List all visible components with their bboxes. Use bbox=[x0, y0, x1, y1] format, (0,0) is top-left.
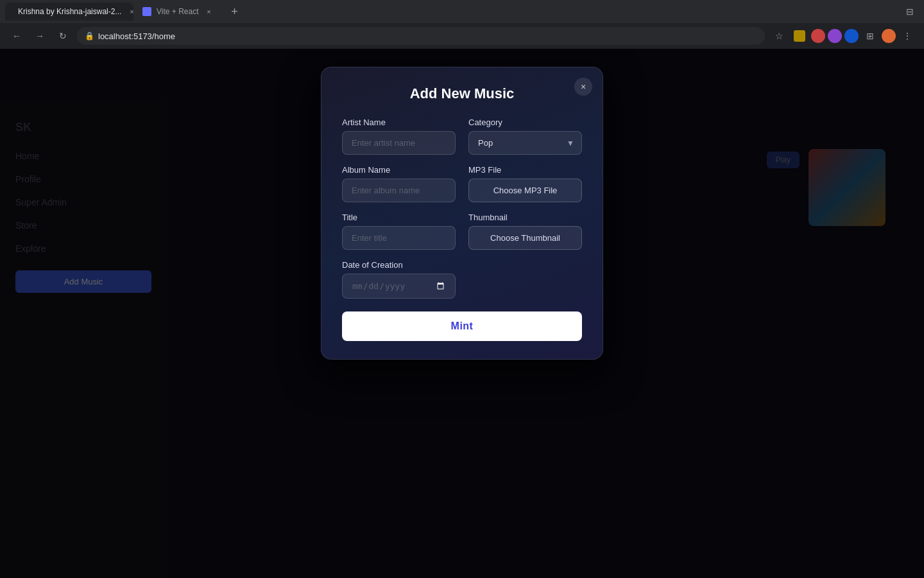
title-group: Title bbox=[342, 213, 456, 250]
artist-name-label: Artist Name bbox=[342, 118, 456, 127]
thumbnail-group: Thumbnail Choose Thumbnail bbox=[468, 213, 582, 250]
tab-close-vite[interactable]: × bbox=[203, 6, 214, 17]
address-bar[interactable]: 🔒 localhost:5173/home bbox=[77, 27, 765, 45]
forward-button[interactable]: → bbox=[31, 27, 49, 45]
tab-vite[interactable]: Vite + React × bbox=[135, 3, 221, 21]
thumbnail-label: Thumbnail bbox=[468, 213, 582, 222]
lock-icon: 🔒 bbox=[85, 31, 94, 40]
more-icon: ⋮ bbox=[903, 31, 912, 41]
browser-chrome: Krishna by Krishna-jaiswal-2... × Vite +… bbox=[0, 0, 924, 49]
browser-actions: ☆ ⊞ ⋮ bbox=[770, 27, 916, 45]
artist-name-group: Artist Name bbox=[342, 118, 456, 155]
category-select-wrapper: Pop Rock Jazz Classical Hip-Hop Electron… bbox=[468, 131, 582, 155]
choose-thumbnail-button[interactable]: Choose Thumbnail bbox=[468, 226, 582, 250]
back-button[interactable]: ← bbox=[8, 27, 26, 45]
refresh-button[interactable]: ↻ bbox=[54, 27, 72, 45]
refresh-icon: ↻ bbox=[59, 31, 67, 41]
tab-bar: Krishna by Krishna-jaiswal-2... × Vite +… bbox=[0, 0, 924, 23]
tab-icon-vite bbox=[142, 7, 151, 16]
add-music-modal: × Add New Music Artist Name Category Pop… bbox=[321, 67, 603, 360]
bookmark-button[interactable]: ☆ bbox=[770, 27, 788, 45]
mp3-file-label: MP3 File bbox=[468, 165, 582, 175]
star-icon: ☆ bbox=[775, 31, 783, 41]
category-label: Category bbox=[468, 118, 582, 127]
browser-controls: ← → ↻ 🔒 localhost:5173/home ☆ ⊞ ⋮ bbox=[0, 23, 924, 49]
close-icon: × bbox=[581, 82, 586, 92]
album-name-input[interactable] bbox=[342, 179, 456, 202]
date-label: Date of Creation bbox=[342, 260, 456, 270]
mp3-file-group: MP3 File Choose MP3 File bbox=[468, 165, 582, 202]
category-group: Category Pop Rock Jazz Classical Hip-Hop… bbox=[468, 118, 582, 155]
more-button[interactable]: ⋮ bbox=[898, 27, 916, 45]
modal-title: Add New Music bbox=[342, 85, 582, 102]
date-group: Date of Creation bbox=[342, 260, 456, 299]
extensions-button[interactable] bbox=[791, 27, 809, 45]
new-tab-button[interactable]: + bbox=[225, 3, 243, 21]
album-name-label: Album Name bbox=[342, 165, 456, 175]
url-text: localhost:5173/home bbox=[98, 31, 175, 41]
tab-close-krishna[interactable]: × bbox=[126, 6, 133, 17]
account-button[interactable] bbox=[844, 29, 859, 43]
extension-icon bbox=[794, 30, 805, 42]
user-avatar[interactable] bbox=[882, 29, 896, 43]
modal-overlay: × Add New Music Artist Name Category Pop… bbox=[0, 49, 924, 578]
date-input[interactable] bbox=[342, 274, 456, 299]
minimize-button[interactable]: ⊟ bbox=[901, 3, 919, 21]
profile-button[interactable] bbox=[828, 29, 842, 43]
artist-name-input[interactable] bbox=[342, 131, 456, 155]
category-select[interactable]: Pop Rock Jazz Classical Hip-Hop Electron… bbox=[468, 131, 582, 155]
mint-button[interactable]: Mint bbox=[342, 311, 582, 341]
extensions-puzzle-button[interactable]: ⊞ bbox=[861, 27, 879, 45]
title-label: Title bbox=[342, 213, 456, 222]
tab-krishna[interactable]: Krishna by Krishna-jaiswal-2... × bbox=[5, 3, 133, 21]
tab-label-krishna: Krishna by Krishna-jaiswal-2... bbox=[18, 7, 121, 16]
modal-close-button[interactable]: × bbox=[574, 78, 592, 96]
choose-mp3-button[interactable]: Choose MP3 File bbox=[468, 179, 582, 202]
avatar-button[interactable] bbox=[811, 29, 825, 43]
back-icon: ← bbox=[12, 31, 21, 41]
form-grid: Artist Name Category Pop Rock Jazz Class… bbox=[342, 118, 582, 299]
album-name-group: Album Name bbox=[342, 165, 456, 202]
tab-label-vite: Vite + React bbox=[157, 7, 198, 16]
title-input[interactable] bbox=[342, 226, 456, 250]
forward-icon: → bbox=[35, 31, 44, 41]
